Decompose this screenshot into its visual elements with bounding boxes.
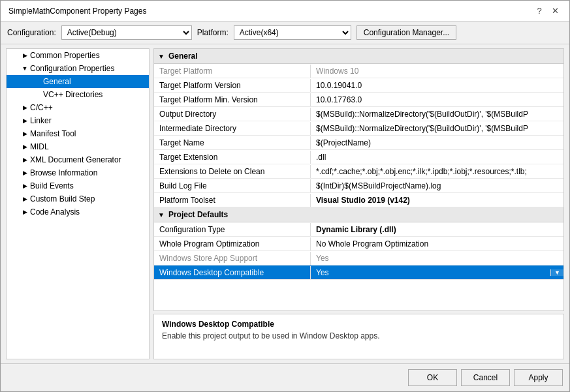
prop-value: Windows 10 [311,65,563,78]
prop-name: Target Name [154,136,311,149]
table-row[interactable]: Target Name $(ProjectName) [154,136,563,150]
prop-name: Target Platform [154,65,311,78]
common-properties-arrow: ▶ [20,52,30,59]
prop-value: Dynamic Library (.dll) [311,223,563,236]
table-row[interactable]: Extensions to Delete on Clean *.cdf;*.ca… [154,164,563,179]
config-manager-button[interactable]: Configuration Manager... [356,25,456,40]
project-defaults-section-header: ▼ Project Defaults [154,207,563,222]
prop-name: Intermediate Directory [154,122,311,135]
project-defaults-title: Project Defaults [168,210,228,219]
table-row[interactable]: Output Directory $(MSBuild)::NormalizeDi… [154,107,563,121]
sidebar: ▶ Common Properties ▼ Configuration Prop… [6,48,150,359]
dialog-footer: OK Cancel Apply [1,363,569,391]
config-select[interactable]: Active(Debug) [61,25,192,40]
sidebar-item-label: VC++ Directories [43,90,103,99]
properties-table: ▼ General Target Platform Windows 10 Tar… [153,48,564,311]
table-row[interactable]: Whole Program Optimization No Whole Prog… [154,237,563,251]
info-box-description: Enable this project output to be used in… [162,331,556,340]
toolbar: Configuration: Active(Debug) Platform: A… [1,22,569,44]
sidebar-item-label: MIDL [30,142,49,151]
browse-info-arrow: ▶ [20,170,30,176]
manifest-tool-arrow: ▶ [20,130,30,137]
configuration-properties-arrow: ▼ [20,65,30,72]
dialog-title: SimpleMathComponent Property Pages [8,7,146,16]
prop-value: $(IntDir)$(MSBuildProjectName).log [311,179,563,192]
general-section-header: ▼ General [154,49,563,64]
sidebar-item-build-events[interactable]: ▶ Build Events [7,179,149,192]
sidebar-item-cpp[interactable]: ▶ C/C++ [7,101,149,114]
sidebar-item-manifest-tool[interactable]: ▶ Manifest Tool [7,127,149,140]
prop-name: Target Extension [154,151,311,164]
sidebar-item-xml-doc-gen[interactable]: ▶ XML Document Generator [7,153,149,166]
prop-name: Configuration Type [154,223,311,236]
table-row-windows-desktop-compatible[interactable]: Windows Desktop Compatible Yes ▼ [154,265,563,280]
general-section-title: General [168,52,198,61]
prop-value: Yes [311,252,563,265]
info-box-title: Windows Desktop Compatible [162,320,556,329]
help-button[interactable]: ? [533,5,546,18]
ok-button[interactable]: OK [408,369,457,386]
config-select-wrapper: Active(Debug) [61,25,192,40]
prop-value-container: Yes ▼ [311,266,563,279]
close-button[interactable]: ✕ [548,5,562,18]
prop-value: *.cdf;*.cache;*.obj;*.obj.enc;*.ilk;*.ip… [311,165,563,178]
main-content: ▶ Common Properties ▼ Configuration Prop… [1,44,569,363]
sidebar-item-label: Configuration Properties [30,64,114,73]
prop-value: .dll [311,151,563,164]
prop-name: Platform Toolset [154,194,311,207]
table-row[interactable]: Configuration Type Dynamic Library (.dll… [154,222,563,237]
prop-name: Whole Program Optimization [154,237,311,250]
prop-value: $(ProjectName) [311,136,563,149]
platform-select[interactable]: Active(x64) [234,25,351,40]
table-row[interactable]: Windows Store App Support Yes [154,251,563,265]
prop-name: Output Directory [154,108,311,121]
title-bar-controls: ? ✕ [533,5,562,18]
table-row[interactable]: Target Platform Windows 10 [154,64,563,78]
build-events-arrow: ▶ [20,183,30,189]
platform-select-wrapper: Active(x64) [234,25,351,40]
table-row[interactable]: Target Platform Min. Version 10.0.17763.… [154,93,563,107]
prop-value: Visual Studio 2019 (v142) [311,194,563,207]
sidebar-item-vc-directories[interactable]: VC++ Directories [7,88,149,101]
info-box: Windows Desktop Compatible Enable this p… [153,314,564,359]
code-analysis-arrow: ▶ [20,209,30,215]
prop-name: Build Log File [154,179,311,192]
sidebar-item-browse-info[interactable]: ▶ Browse Information [7,166,149,179]
sidebar-item-label: Custom Build Step [30,194,95,204]
sidebar-item-linker[interactable]: ▶ Linker [7,114,149,127]
table-row[interactable]: Platform Toolset Visual Studio 2019 (v14… [154,193,563,207]
prop-value: $(MSBuild)::NormalizeDirectory('$(BuildO… [311,122,563,135]
table-row[interactable]: Target Extension .dll [154,150,563,164]
sidebar-item-code-analysis[interactable]: ▶ Code Analysis [7,205,149,219]
xml-doc-gen-arrow: ▶ [20,157,30,163]
sidebar-item-configuration-properties[interactable]: ▼ Configuration Properties [7,62,149,75]
custom-build-step-arrow: ▶ [20,196,30,202]
prop-name: Extensions to Delete on Clean [154,165,311,178]
cpp-arrow: ▶ [20,104,30,111]
prop-value: Yes [311,266,550,279]
apply-button[interactable]: Apply [514,369,563,386]
sidebar-item-common-properties[interactable]: ▶ Common Properties [7,49,149,62]
title-bar: SimpleMathComponent Property Pages ? ✕ [1,1,569,22]
prop-value: 10.0.17763.0 [311,93,563,106]
sidebar-item-label: Manifest Tool [30,129,76,138]
config-label: Configuration: [7,28,56,37]
cancel-button[interactable]: Cancel [461,369,510,386]
sidebar-item-label: Common Properties [30,51,100,60]
sidebar-item-label: Linker [30,116,52,125]
right-panel: ▼ General Target Platform Windows 10 Tar… [153,48,564,359]
table-row[interactable]: Build Log File $(IntDir)$(MSBuildProject… [154,179,563,193]
prop-value: $(MSBuild)::NormalizeDirectory('$(BuildO… [311,108,563,121]
prop-name: Target Platform Min. Version [154,93,311,106]
prop-dropdown-button[interactable]: ▼ [550,269,563,276]
project-defaults-arrow: ▼ [158,211,165,219]
sidebar-item-custom-build-step[interactable]: ▶ Custom Build Step [7,192,149,205]
sidebar-item-label: XML Document Generator [30,155,121,164]
linker-arrow: ▶ [20,117,30,124]
prop-value: No Whole Program Optimization [311,237,563,250]
sidebar-item-label: C/C++ [30,103,53,112]
table-row[interactable]: Target Platform Version 10.0.19041.0 [154,78,563,93]
sidebar-item-midl[interactable]: ▶ MIDL [7,140,149,153]
sidebar-item-general[interactable]: General [7,75,149,88]
table-row[interactable]: Intermediate Directory $(MSBuild)::Norma… [154,121,563,136]
